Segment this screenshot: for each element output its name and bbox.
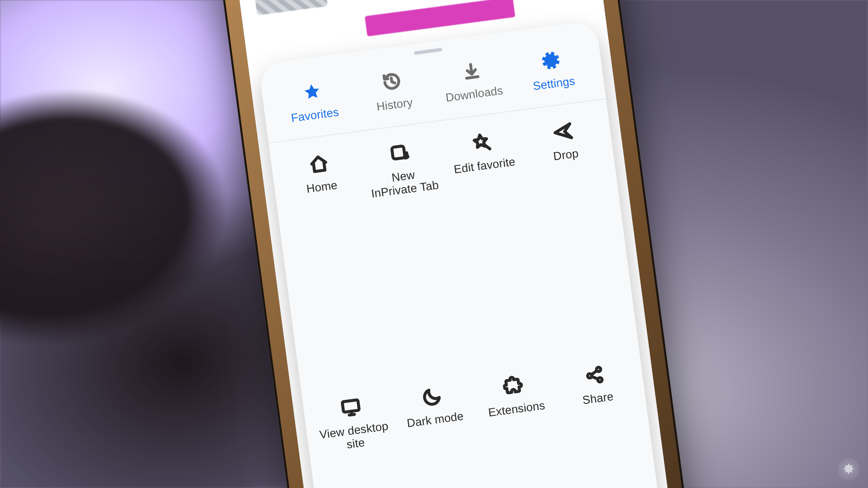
article-accent-bar (365, 0, 515, 36)
desktop-icon (337, 394, 364, 421)
watermark-icon (837, 457, 861, 481)
share-icon (581, 362, 608, 389)
gear-icon (538, 47, 565, 74)
puzzle-icon (500, 372, 527, 399)
history-icon (378, 68, 405, 95)
home-icon (305, 151, 332, 177)
star-edit-icon (468, 129, 495, 156)
menu-extensions-label: Extensions (488, 398, 546, 419)
article-thumbnail (251, 0, 328, 15)
moon-icon (419, 383, 446, 410)
menu-downloads-label: Downloads (445, 84, 504, 104)
menu-share-label: Share (581, 389, 614, 407)
menu-home-label: Home (305, 178, 338, 196)
menu-grid: Home NewInPrivate Tab Edit favorite (269, 99, 672, 488)
menu-favorites[interactable]: Favorites (270, 72, 356, 130)
menu-favorites-label: Favorites (290, 105, 340, 124)
menu-drop-label: Drop (553, 147, 579, 163)
menu-edit-favorite-label: Edit favorite (453, 155, 516, 176)
inprivate-icon (387, 140, 414, 167)
send-icon (550, 118, 576, 145)
menu-settings-label: Settings (532, 74, 576, 93)
menu-history[interactable]: History (350, 61, 436, 120)
menu-downloads[interactable]: Downloads (430, 51, 516, 109)
menu-new-inprivate-label: NewInPrivate Tab (369, 165, 439, 200)
menu-view-desktop-label: View desktopsite (319, 419, 391, 454)
menu-dark-mode-label: Dark mode (406, 409, 465, 430)
menu-settings[interactable]: Settings (509, 40, 595, 99)
menu-history-label: History (376, 96, 413, 114)
download-icon (458, 58, 485, 84)
star-icon (299, 79, 326, 105)
svg-rect-0 (392, 146, 405, 159)
